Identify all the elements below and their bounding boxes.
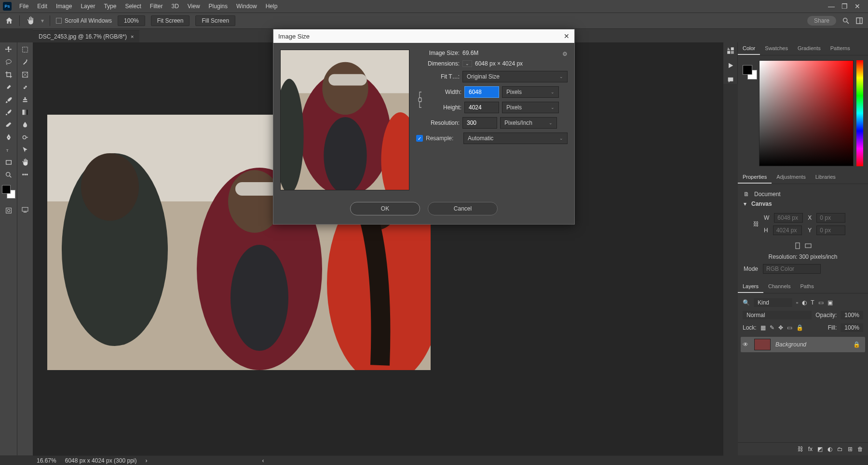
canvas-height-input[interactable] — [773, 226, 802, 235]
group-icon[interactable]: 🗀 — [837, 446, 843, 452]
layer-row[interactable]: 👁 Background 🔒 — [741, 337, 865, 352]
height-unit-select[interactable]: Pixels⌄ — [502, 102, 559, 113]
workspace-icon[interactable] — [855, 17, 863, 25]
lasso-tool-icon[interactable] — [2, 57, 15, 67]
hand-tool-icon[interactable] — [26, 16, 35, 26]
status-caret-icon[interactable]: › — [145, 457, 147, 464]
menu-type[interactable]: Type — [100, 1, 120, 12]
hue-slider[interactable] — [856, 60, 863, 166]
filter-adjust-icon[interactable]: ◐ — [802, 299, 807, 306]
fit-screen-button[interactable]: Fit Screen — [151, 15, 190, 26]
tab-channels[interactable]: Channels — [763, 280, 795, 293]
chevron-down-icon[interactable]: ▾ — [744, 200, 746, 207]
dropdown-caret-icon[interactable]: ▾ — [41, 17, 44, 24]
menu-3d[interactable]: 3D — [167, 1, 182, 12]
fx-icon[interactable]: fx — [808, 446, 813, 452]
dodge-tool-icon[interactable] — [19, 132, 31, 143]
brush-tool-icon[interactable] — [2, 94, 15, 105]
lock-brush-icon[interactable]: ✎ — [770, 324, 774, 331]
menu-view[interactable]: View — [184, 1, 204, 12]
width-input[interactable] — [464, 86, 499, 98]
document-tab[interactable]: DSC_2453.jpg @ 16.7% (RGB/8*) × — [33, 30, 139, 42]
menu-filter[interactable]: Filter — [146, 1, 167, 12]
menu-help[interactable]: Help — [262, 1, 282, 12]
orientation-portrait-icon[interactable] — [794, 242, 801, 250]
search-layers-icon[interactable]: 🔍 — [743, 299, 750, 306]
filter-type-icon[interactable]: T — [811, 299, 814, 306]
width-unit-select[interactable]: Pixels⌄ — [502, 86, 559, 98]
eyedropper-tool-icon[interactable] — [2, 82, 15, 93]
filter-smart-icon[interactable]: ▣ — [827, 299, 833, 306]
menu-file[interactable]: File — [15, 1, 32, 12]
close-tab-icon[interactable]: × — [131, 34, 134, 40]
dimensions-caret-icon[interactable]: ⌄ — [462, 60, 472, 67]
mask-icon[interactable]: ◩ — [817, 446, 823, 452]
healing-tool-icon[interactable] — [19, 82, 31, 93]
color-swatch-tool[interactable] — [2, 185, 15, 199]
home-icon[interactable] — [5, 16, 14, 25]
resolution-unit-select[interactable]: Pixels/Inch⌄ — [500, 117, 557, 129]
canvas-x-input[interactable] — [816, 213, 845, 223]
play-panel-icon[interactable] — [727, 62, 734, 69]
pen-tool-icon[interactable] — [2, 132, 15, 143]
menu-window[interactable]: Window — [232, 1, 261, 12]
eraser-tool-icon[interactable] — [2, 120, 15, 130]
link-layers-icon[interactable]: ⛓ — [798, 446, 803, 452]
orientation-landscape-icon[interactable] — [804, 242, 812, 250]
dialog-titlebar[interactable]: Image Size ✕ — [273, 29, 574, 43]
tab-color[interactable]: Color — [738, 42, 760, 55]
crop-tool-icon[interactable] — [2, 69, 15, 80]
frame-tool-icon[interactable] — [19, 69, 31, 80]
history-brush-tool-icon[interactable] — [2, 107, 15, 118]
delete-layer-icon[interactable]: 🗑 — [857, 446, 863, 452]
resample-checkbox[interactable]: ✓ — [416, 135, 423, 142]
tab-adjustments[interactable]: Adjustments — [772, 171, 811, 184]
blend-mode-select[interactable]: Normal — [743, 311, 812, 319]
minimize-icon[interactable]: — — [828, 2, 835, 10]
tab-patterns[interactable]: Patterns — [826, 42, 855, 55]
height-input[interactable] — [464, 102, 499, 113]
tab-paths[interactable]: Paths — [796, 280, 819, 293]
fill-input[interactable]: 100% — [841, 323, 863, 332]
quickmask-tool-icon[interactable] — [2, 205, 15, 216]
filter-image-icon[interactable]: ▫ — [796, 299, 798, 306]
lock-position-icon[interactable]: ✥ — [778, 324, 783, 331]
link-wh-icon[interactable]: ⛓ — [753, 221, 759, 227]
layer-filter-select[interactable]: Kind — [754, 298, 792, 307]
status-left-icon[interactable]: ‹ — [262, 457, 264, 464]
adjustment-layer-icon[interactable]: ◐ — [827, 446, 832, 452]
canvas-width-input[interactable] — [774, 213, 803, 223]
path-selection-tool-icon[interactable] — [19, 145, 31, 155]
zoom-percent-button[interactable]: 100% — [118, 15, 145, 26]
wand-tool-icon[interactable] — [19, 57, 31, 67]
resolution-input[interactable] — [462, 117, 497, 129]
link-wh-icon[interactable] — [416, 86, 424, 113]
tab-gradients[interactable]: Gradients — [793, 42, 826, 55]
opacity-input[interactable]: 100% — [841, 311, 863, 319]
screenmode-tool-icon[interactable] — [19, 204, 31, 215]
maximize-icon[interactable]: ❐ — [841, 2, 848, 10]
lock-artboard-icon[interactable]: ▭ — [787, 324, 792, 331]
hand-tool-icon[interactable] — [19, 157, 31, 168]
cancel-button[interactable]: Cancel — [428, 202, 498, 215]
tab-layers[interactable]: Layers — [738, 280, 763, 293]
menu-select[interactable]: Select — [121, 1, 145, 12]
fill-screen-button[interactable]: Fill Screen — [195, 15, 235, 26]
ok-button[interactable]: OK — [350, 202, 420, 215]
stamp-tool-icon[interactable] — [19, 94, 31, 105]
more-tools-icon[interactable]: ••• — [19, 170, 31, 180]
lock-transparent-icon[interactable]: ▦ — [760, 324, 766, 331]
move-tool-icon[interactable] — [2, 44, 15, 55]
history-panel-icon[interactable] — [726, 46, 735, 55]
color-picker-field[interactable] — [759, 60, 854, 166]
menu-edit[interactable]: Edit — [33, 1, 51, 12]
visibility-icon[interactable]: 👁 — [743, 341, 749, 348]
foreground-background-swatch[interactable] — [743, 65, 757, 80]
gradient-tool-icon[interactable] — [19, 107, 31, 118]
tab-properties[interactable]: Properties — [738, 171, 772, 184]
marquee-tool-icon[interactable] — [19, 44, 31, 55]
share-button[interactable]: Share — [807, 16, 836, 26]
gear-icon[interactable]: ⚙ — [562, 51, 568, 57]
canvas-y-input[interactable] — [816, 226, 845, 235]
new-layer-icon[interactable]: ⊞ — [848, 446, 853, 452]
